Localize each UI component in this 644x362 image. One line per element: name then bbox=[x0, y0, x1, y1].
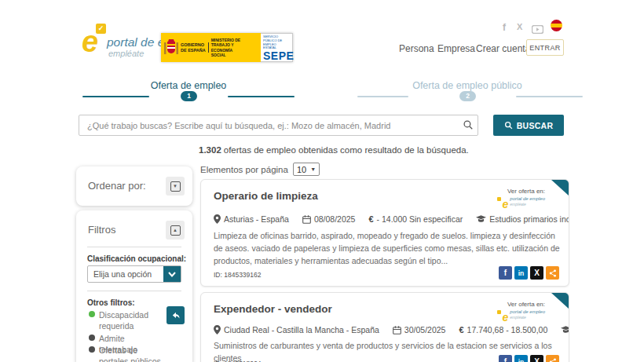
per-page-value: 10 bbox=[297, 165, 306, 174]
job-title[interactable]: Expendedor - vendedor bbox=[214, 303, 332, 315]
logo-subtitle: empléate bbox=[510, 315, 545, 320]
search-input[interactable] bbox=[79, 115, 478, 136]
spain-flag-language-icon[interactable] bbox=[551, 20, 562, 31]
filter-portales-publicos[interactable]: Ofertas de portales públicos de empleo bbox=[89, 345, 164, 362]
sepe-caption: SERVICIO PÚBLICO DE EMPLEO ESTATAL bbox=[263, 35, 290, 50]
gobierno-block: GOBIERNO DE ESPAÑA MINISTERIO DE TRABAJO… bbox=[161, 33, 261, 62]
per-page-label: Elementos por página bbox=[200, 165, 288, 174]
calendar-icon bbox=[302, 215, 311, 224]
occupation-select[interactable]: Elija una opción bbox=[87, 265, 181, 283]
check-icon bbox=[497, 197, 501, 201]
sepe-wordmark: SEPE bbox=[263, 50, 290, 61]
occupation-select-value: Elija una opción bbox=[93, 266, 152, 282]
logo-letter-e: e bbox=[82, 27, 98, 57]
spain-coat-of-arms-icon bbox=[163, 38, 179, 58]
buscar-button[interactable]: BUSCAR bbox=[493, 115, 564, 136]
graduation-cap-icon bbox=[476, 215, 486, 223]
results-count: 1.302 bbox=[199, 145, 221, 155]
occupation-filter-label: Clasificación ocupacional: bbox=[87, 254, 186, 263]
entrar-button[interactable]: ENTRAR bbox=[526, 39, 564, 56]
step-badge-1: 1 bbox=[181, 91, 197, 101]
chevron-down-icon: ▼ bbox=[170, 181, 181, 192]
per-page-select[interactable]: 10 ▼ bbox=[293, 163, 320, 176]
chevron-up-icon: ▲ bbox=[170, 225, 181, 236]
share-icon[interactable] bbox=[546, 355, 559, 362]
portal-empleo-mini-logo[interactable]: e portal de empleo empléate bbox=[497, 309, 546, 320]
euro-icon: € bbox=[368, 214, 373, 224]
sort-panel: Ordenar por: ▼ bbox=[76, 166, 192, 206]
job-date: 08/08/2025 bbox=[302, 214, 356, 224]
results-text: ofertas de empleo obtenidas como resulta… bbox=[224, 145, 469, 155]
ministry-name: MINISTERIO DE TRABAJO Y ECONOMÍA SOCIAL bbox=[211, 38, 247, 58]
nav-persona[interactable]: Persona bbox=[399, 43, 434, 54]
nav-empresa[interactable]: Empresa bbox=[437, 43, 475, 54]
logo-title: portal de empleo bbox=[510, 196, 545, 202]
corner-ribbon bbox=[551, 180, 569, 196]
sepe-block: SERVICIO PÚBLICO DE EMPLEO ESTATAL SEPE bbox=[261, 33, 293, 62]
search-icon bbox=[463, 119, 474, 133]
buscar-label: BUSCAR bbox=[517, 121, 554, 130]
job-card[interactable]: Expendedor - vendedor Ver oferta en: e p… bbox=[200, 292, 569, 362]
x-share-icon[interactable]: X bbox=[530, 266, 543, 280]
job-salary: € - 14.000 Sin especificar bbox=[368, 214, 463, 224]
job-location: Ciudad Real - Castilla la Mancha - Españ… bbox=[214, 325, 379, 335]
corner-ribbon bbox=[551, 293, 569, 309]
facebook-icon[interactable]: f bbox=[503, 22, 506, 33]
job-card[interactable]: Operario de limpieza Ver oferta en: e po… bbox=[200, 179, 569, 287]
filters-panel: Filtros ▲ Clasificación ocupacional: Eli… bbox=[76, 210, 192, 362]
collapse-sort-button[interactable]: ▼ bbox=[166, 177, 185, 196]
step-line bbox=[82, 96, 149, 97]
job-salary: € 17.740,68 - 18.500,00 bbox=[459, 325, 547, 335]
share-icon[interactable] bbox=[546, 266, 559, 280]
share-row: f in X bbox=[499, 266, 559, 280]
sort-panel-title: Ordenar por: bbox=[88, 180, 146, 192]
step-line bbox=[516, 96, 583, 97]
dot-icon bbox=[89, 346, 95, 353]
logo-subtitle: empléate bbox=[108, 49, 144, 58]
logo-letter-e: e bbox=[503, 199, 509, 210]
step-line bbox=[357, 96, 408, 97]
step-badge-2: 2 bbox=[459, 91, 476, 101]
other-filters-label: Otros filtros: bbox=[87, 298, 135, 307]
tab-oferta-empleo-publico[interactable]: Oferta de empleo público bbox=[412, 80, 522, 91]
results-count-line: 1.302ofertas de empleo obtenidas como re… bbox=[199, 145, 469, 155]
job-date: 30/05/2025 bbox=[393, 325, 446, 335]
ver-oferta-label: Ver oferta en: bbox=[507, 301, 545, 308]
logo-subtitle: empléate bbox=[510, 202, 545, 207]
linkedin-share-icon[interactable]: in bbox=[514, 266, 528, 280]
reset-filter-button[interactable] bbox=[166, 306, 185, 324]
collapse-filters-button[interactable]: ▲ bbox=[166, 221, 185, 240]
portal-empleo-page: ✓ e portal de empleo empléate GOBIERNO D… bbox=[0, 0, 644, 362]
logo-title: portal de empleo bbox=[510, 309, 545, 315]
check-icon bbox=[497, 310, 501, 314]
logo-letter-e: e bbox=[503, 312, 509, 323]
nav-crear-cuenta[interactable]: Crear cuenta bbox=[476, 43, 530, 54]
job-title[interactable]: Operario de limpieza bbox=[214, 190, 318, 202]
chevron-down-icon: ▼ bbox=[310, 166, 316, 172]
chevron-down-icon bbox=[163, 266, 181, 282]
job-location: Asturias - España bbox=[214, 214, 289, 224]
filter-label: Discapacidad requerida bbox=[99, 310, 148, 331]
filter-discapacidad[interactable]: Discapacidad requerida bbox=[89, 309, 164, 331]
portal-empleo-mini-logo[interactable]: e portal de empleo empléate bbox=[497, 196, 546, 207]
tab-oferta-empleo[interactable]: Oferta de empleo bbox=[141, 80, 236, 91]
job-education: Estudios primarios completos bbox=[561, 325, 569, 335]
facebook-share-icon[interactable]: f bbox=[499, 266, 512, 280]
location-pin-icon bbox=[214, 214, 221, 224]
job-id: ID: 1845339162 bbox=[214, 271, 262, 279]
per-page-control: Elementos por página 10 ▼ bbox=[200, 163, 320, 176]
divider bbox=[87, 291, 181, 291]
x-twitter-icon[interactable]: X bbox=[517, 22, 522, 31]
x-share-icon[interactable]: X bbox=[530, 355, 543, 362]
facebook-share-icon[interactable]: f bbox=[499, 355, 512, 362]
filter-label: Ofertas de portales públicos de empleo bbox=[99, 346, 161, 362]
linkedin-share-icon[interactable]: in bbox=[514, 355, 528, 362]
ver-oferta-label: Ver oferta en: bbox=[507, 188, 545, 195]
calendar-icon bbox=[393, 326, 401, 335]
dot-icon bbox=[89, 335, 95, 341]
job-description: Limpieza de oficinas barrido, aspirado, … bbox=[214, 230, 561, 267]
filters-panel-title: Filtros bbox=[88, 224, 115, 236]
search-icon bbox=[504, 121, 513, 130]
share-row: f in X bbox=[499, 355, 559, 362]
youtube-icon[interactable] bbox=[532, 23, 543, 37]
